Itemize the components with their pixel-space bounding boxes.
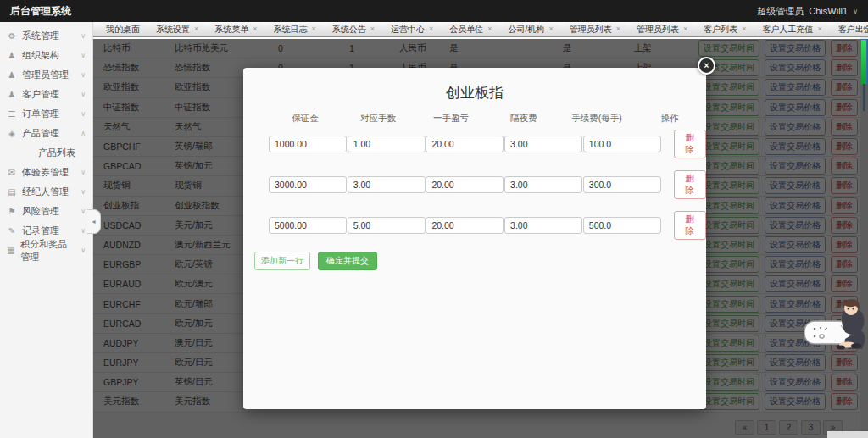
sidebar-item-label: 产品管理 xyxy=(22,127,59,140)
modal-column-headers: 保证金 对应手数 一手盈亏 隔夜费 手续费(每手) 操作 xyxy=(243,113,706,125)
fee-per-lot-input[interactable] xyxy=(583,217,661,234)
modal-footer: 添加新一行 确定并提交 xyxy=(243,252,706,270)
sidebar-item-label: 组织架构 xyxy=(22,49,59,62)
scrollbar-up-icon[interactable]: ▲ xyxy=(862,25,867,30)
broker-icon: ▤ xyxy=(7,187,17,197)
customer-icon: ♟ xyxy=(7,90,17,99)
tab-label: 我的桌面 xyxy=(106,23,140,36)
modal-column-label: 保证金 xyxy=(269,113,342,125)
app-title: 后台管理系统 xyxy=(10,4,71,19)
tab-scroll-right-icon[interactable]: › xyxy=(857,25,860,34)
tab[interactable]: 公司/机构 × xyxy=(498,23,565,36)
tab[interactable]: 系统日志 × xyxy=(263,23,327,36)
sidebar-item-label: 体验券管理 xyxy=(22,166,69,179)
close-icon[interactable]: × xyxy=(817,23,821,36)
mascot-girl[interactable] xyxy=(804,297,866,356)
sidebar-item[interactable]: ▦ 积分和奖品管理 ∨ xyxy=(0,241,92,260)
delete-row-button[interactable]: 删除 xyxy=(674,170,706,199)
fee-per-lot-input[interactable] xyxy=(583,176,661,193)
chevron-icon: ∨ xyxy=(81,110,86,118)
add-row-button[interactable]: 添加新一行 xyxy=(254,252,310,270)
tab-label: 系统设置 xyxy=(156,23,190,36)
margin-input[interactable] xyxy=(269,136,347,152)
submit-button[interactable]: 确定并提交 xyxy=(318,252,377,270)
sidebar-item[interactable]: 产品列表 xyxy=(0,143,92,163)
tab-label: 客户人工充值 xyxy=(762,23,813,36)
close-icon[interactable]: × xyxy=(548,23,553,36)
margin-input[interactable] xyxy=(269,176,347,193)
tab-label: 系统公告 xyxy=(332,23,366,36)
pnl-per-lot-input[interactable] xyxy=(426,136,504,152)
close-icon[interactable]: × xyxy=(616,23,620,36)
modal-form-row: 删除 xyxy=(243,170,706,199)
sidebar-item[interactable]: ⚙ 系统管理 ∨ xyxy=(0,26,92,46)
risk-icon: ⚑ xyxy=(7,207,17,216)
sidebar-item-label: 客户管理 xyxy=(22,88,59,101)
close-icon[interactable]: × xyxy=(312,23,316,36)
scrollbar-thumb[interactable] xyxy=(860,39,867,85)
lots-input[interactable] xyxy=(348,217,426,234)
tab[interactable]: 会员单位 × xyxy=(438,23,503,36)
close-icon[interactable]: × xyxy=(194,23,198,36)
tab[interactable]: 我的桌面 xyxy=(95,23,151,36)
tab[interactable]: 系统设置 × xyxy=(145,23,209,36)
sidebar-item-label: 风险管理 xyxy=(22,205,59,218)
tab[interactable]: 系统菜单 × xyxy=(203,23,268,36)
tab[interactable]: 系统公告 × xyxy=(321,23,386,36)
coupon-icon: ✉ xyxy=(7,168,17,177)
tab-label: 管理员列表 xyxy=(570,23,612,36)
sidebar-item[interactable]: ▤ 经纪人管理 ∨ xyxy=(0,182,92,202)
sidebar-item[interactable]: ♟ 组织架构 ∨ xyxy=(0,46,92,65)
tab-label: 系统日志 xyxy=(274,23,308,36)
product-edit-modal: × 创业板指 保证金 对应手数 一手盈亏 隔夜费 手续费(每手) 操作 删除 xyxy=(243,68,706,409)
sidebar-item[interactable]: ◈ 产品管理 ∧ xyxy=(0,124,92,143)
overnight-fee-input[interactable] xyxy=(504,136,582,152)
overnight-fee-input[interactable] xyxy=(504,217,582,234)
close-icon[interactable]: × xyxy=(683,23,687,36)
tab[interactable]: 管理员列表 × xyxy=(626,23,698,36)
close-icon[interactable]: × xyxy=(429,23,433,36)
delete-row-button[interactable]: 删除 xyxy=(674,211,706,240)
sidebar-item[interactable]: ♟ 管理员管理 ∨ xyxy=(0,65,92,85)
chevron-icon: ∨ xyxy=(81,208,86,215)
lots-input[interactable] xyxy=(348,176,426,193)
user-role: 超级管理员 xyxy=(757,5,804,18)
chevron-icon: ∨ xyxy=(81,227,86,235)
user-menu[interactable]: 超级管理员 ChisWill1 ∨ xyxy=(757,5,858,18)
pnl-per-lot-input[interactable] xyxy=(426,176,504,193)
sidebar-item-label: 经纪人管理 xyxy=(22,186,69,198)
fee-per-lot-input[interactable] xyxy=(583,136,661,152)
close-icon[interactable]: × xyxy=(253,23,257,36)
sidebar-item-label: 系统管理 xyxy=(22,30,59,42)
chevron-icon: ∨ xyxy=(81,71,86,79)
sidebar-item[interactable]: ✉ 体验券管理 ∨ xyxy=(0,163,92,182)
lots-input[interactable] xyxy=(348,136,426,152)
tab-label: 会员单位 xyxy=(449,23,483,36)
chevron-icon: ∨ xyxy=(81,247,86,254)
sidebar-item-label: 订单管理 xyxy=(22,108,59,120)
products-icon: ◈ xyxy=(7,129,17,138)
close-icon[interactable]: × xyxy=(698,57,715,75)
margin-input[interactable] xyxy=(269,217,347,234)
close-icon[interactable]: × xyxy=(370,23,375,36)
tab-label: 系统菜单 xyxy=(214,23,248,36)
close-icon[interactable]: × xyxy=(742,23,746,36)
tab[interactable]: 管理员列表 × xyxy=(559,23,632,36)
sidebar-item[interactable]: ⚑ 风险管理 ∨ xyxy=(0,202,92,221)
tab[interactable]: 客户列表 × xyxy=(693,23,757,36)
close-icon[interactable]: × xyxy=(487,23,492,36)
modal-form-row: 删除 xyxy=(243,130,706,158)
tab[interactable]: 客户人工充值 × xyxy=(751,23,832,36)
sidebar-collapse-handle[interactable]: ◂ xyxy=(87,209,101,234)
overnight-fee-input[interactable] xyxy=(504,176,582,193)
tab-scroll-left-icon[interactable]: ‹ xyxy=(847,25,849,34)
sidebar-item[interactable]: ☰ 订单管理 ∨ xyxy=(0,104,92,124)
pnl-per-lot-input[interactable] xyxy=(426,217,504,234)
tab[interactable]: 运营中心 × xyxy=(380,23,444,36)
chevron-icon: ∨ xyxy=(81,188,86,196)
scrollbar-tail xyxy=(863,84,865,111)
delete-row-button[interactable]: 删除 xyxy=(674,130,706,158)
sidebar-item[interactable]: ♟ 客户管理 ∨ xyxy=(0,85,92,104)
sidebar-item-label: 管理员管理 xyxy=(22,69,69,81)
modal-column-label: 对应手数 xyxy=(342,113,415,125)
